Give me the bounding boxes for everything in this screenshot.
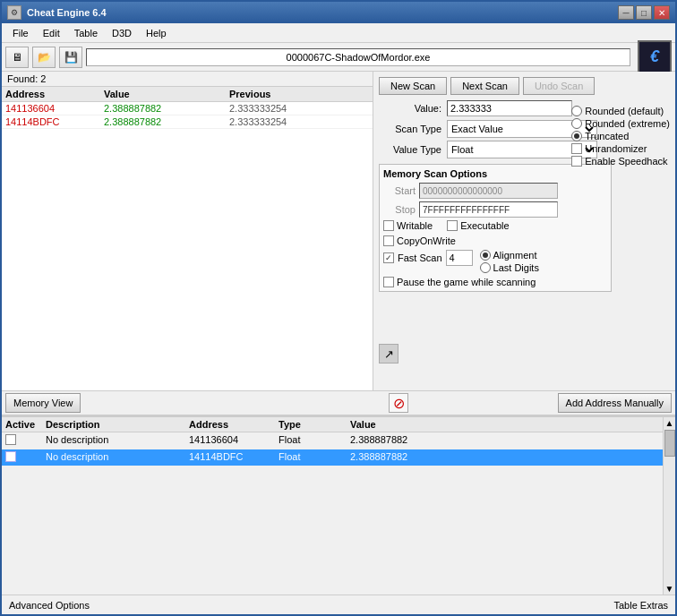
close-button[interactable]: ✕ bbox=[654, 5, 670, 20]
alignment-option[interactable]: Alignment bbox=[480, 250, 539, 261]
address-value: 14114BDFC bbox=[5, 116, 104, 127]
executable-checkbox[interactable] bbox=[447, 220, 458, 231]
add-address-button[interactable]: Add Address Manually bbox=[558, 393, 672, 413]
unrandomizer-checkbox[interactable] bbox=[571, 143, 582, 154]
stop-icon[interactable]: ⊘ bbox=[389, 393, 408, 413]
bottom-section: Active Description Address Type Value No… bbox=[2, 415, 675, 595]
align-radio-group: Alignment Last Digits bbox=[480, 250, 539, 273]
menu-help[interactable]: Help bbox=[139, 26, 174, 40]
row-active[interactable] bbox=[5, 451, 46, 464]
start-row: Start bbox=[383, 183, 607, 199]
start-input[interactable] bbox=[419, 183, 558, 199]
menu-d3d[interactable]: D3D bbox=[105, 26, 139, 40]
memory-scan-title: Memory Scan Options bbox=[383, 168, 607, 179]
header-active: Active bbox=[5, 419, 46, 430]
row-active[interactable] bbox=[5, 434, 46, 447]
scan-type-label: Scan Type bbox=[379, 124, 441, 134]
speedhack-label: Enable Speedhack bbox=[585, 156, 667, 167]
last-digits-radio[interactable] bbox=[480, 262, 491, 273]
copy-on-write-row[interactable]: CopyOnWrite bbox=[383, 235, 607, 246]
minimize-button[interactable]: ─ bbox=[618, 5, 634, 20]
rounded-extreme-option[interactable]: Rounded (extreme) bbox=[571, 118, 670, 129]
scan-buttons: New Scan Next Scan Undo Scan bbox=[379, 77, 670, 95]
truncated-option[interactable]: Truncated bbox=[571, 131, 670, 141]
alignment-radio[interactable] bbox=[480, 250, 491, 261]
address-row[interactable]: 141136604 2.388887882 2.333333254 bbox=[2, 102, 373, 116]
row-type: Float bbox=[279, 434, 350, 447]
stop-label: Stop bbox=[383, 204, 416, 215]
speedhack-option[interactable]: Enable Speedhack bbox=[571, 156, 670, 167]
truncated-label: Truncated bbox=[585, 131, 629, 141]
unrandomizer-option[interactable]: Unrandomizer bbox=[571, 143, 670, 154]
rounded-default-option[interactable]: Rounded (default) bbox=[571, 106, 670, 116]
bottom-table-row[interactable]: No description 14114BDFC Float 2.3888878… bbox=[2, 449, 663, 466]
open-process-button[interactable]: 🖥 bbox=[5, 47, 29, 68]
memory-view-button[interactable]: Memory View bbox=[5, 393, 81, 413]
menu-edit[interactable]: Edit bbox=[36, 26, 67, 40]
menu-bar: File Edit Table D3D Help bbox=[2, 23, 675, 43]
bottom-table-row[interactable]: No description 141136604 Float 2.3888878… bbox=[2, 432, 663, 449]
previous-value: 2.333333254 bbox=[229, 116, 355, 127]
scrollbar[interactable]: ▲ ▼ bbox=[663, 417, 675, 595]
pause-checkbox[interactable] bbox=[383, 277, 394, 287]
truncated-radio[interactable] bbox=[571, 131, 582, 141]
writable-row[interactable]: Writable bbox=[383, 220, 433, 231]
executable-row[interactable]: Executable bbox=[447, 220, 509, 231]
row-address: 141136604 bbox=[189, 434, 279, 447]
address-row[interactable]: 14114BDFC 2.388887882 2.333333254 bbox=[2, 116, 373, 129]
value-type-label: Value Type bbox=[379, 144, 441, 155]
next-scan-button[interactable]: Next Scan bbox=[450, 77, 519, 95]
speedhack-checkbox[interactable] bbox=[571, 156, 582, 167]
last-digits-option[interactable]: Last Digits bbox=[480, 262, 539, 273]
status-left: Advanced Options bbox=[9, 600, 90, 611]
arrow-icon[interactable]: ↗ bbox=[379, 344, 398, 364]
scroll-thumb[interactable] bbox=[664, 430, 675, 457]
panel-toolbar: Memory View ⊘ Add Address Manually bbox=[2, 390, 675, 415]
alignment-label: Alignment bbox=[493, 250, 537, 261]
scan-value: 2.388887882 bbox=[104, 103, 229, 114]
menu-file[interactable]: File bbox=[5, 26, 36, 40]
pause-row[interactable]: Pause the game while scanning bbox=[383, 277, 607, 287]
new-scan-button[interactable]: New Scan bbox=[379, 77, 447, 95]
rounded-default-label: Rounded (default) bbox=[585, 106, 664, 116]
title-bar: ⚙ Cheat Engine 6.4 ─ □ ✕ bbox=[2, 2, 675, 23]
stop-input[interactable] bbox=[419, 201, 558, 218]
ce-logo: € bbox=[638, 40, 672, 74]
fast-scan-label: Fast Scan bbox=[398, 252, 442, 263]
copy-on-write-checkbox[interactable] bbox=[383, 235, 394, 246]
address-value: 141136604 bbox=[5, 103, 104, 114]
process-input[interactable] bbox=[86, 48, 630, 66]
header-previous: Previous bbox=[229, 89, 355, 99]
row-type: Float bbox=[279, 451, 350, 464]
menu-table[interactable]: Table bbox=[67, 26, 105, 40]
header-value: Value bbox=[104, 89, 229, 99]
active-checkbox[interactable] bbox=[5, 434, 16, 445]
memory-scan-group: Memory Scan Options Start Stop Writable bbox=[379, 164, 612, 292]
row-address: 14114BDFC bbox=[189, 451, 279, 464]
header-address: Address bbox=[5, 89, 104, 99]
stop-row: Stop bbox=[383, 201, 607, 218]
writable-checkbox[interactable] bbox=[383, 220, 394, 231]
fast-scan-checkbox[interactable] bbox=[383, 252, 394, 263]
rounded-extreme-radio[interactable] bbox=[571, 118, 582, 129]
found-count: Found: 2 bbox=[2, 72, 373, 87]
header-type: Type bbox=[279, 419, 350, 430]
active-checkbox[interactable] bbox=[5, 451, 16, 462]
status-bar: Advanced Options Table Extras bbox=[2, 595, 675, 614]
header-value: Value bbox=[350, 419, 659, 430]
address-table-header: Address Value Previous bbox=[2, 87, 373, 102]
row-value: 2.388887882 bbox=[350, 451, 659, 464]
bottom-address-list: Active Description Address Type Value No… bbox=[2, 417, 663, 595]
writable-label: Writable bbox=[397, 220, 433, 231]
header-description: Description bbox=[46, 419, 189, 430]
value-input[interactable] bbox=[447, 100, 572, 116]
maximize-button[interactable]: □ bbox=[636, 5, 652, 20]
save-button[interactable]: 💾 bbox=[59, 47, 82, 68]
load-button[interactable]: 📂 bbox=[32, 47, 56, 68]
rounded-extreme-label: Rounded (extreme) bbox=[585, 118, 670, 129]
bottom-table-header: Active Description Address Type Value bbox=[2, 417, 663, 432]
executable-label: Executable bbox=[460, 220, 509, 231]
undo-scan-button[interactable]: Undo Scan bbox=[523, 77, 595, 95]
rounded-default-radio[interactable] bbox=[571, 106, 582, 116]
fast-scan-input[interactable] bbox=[446, 250, 473, 266]
